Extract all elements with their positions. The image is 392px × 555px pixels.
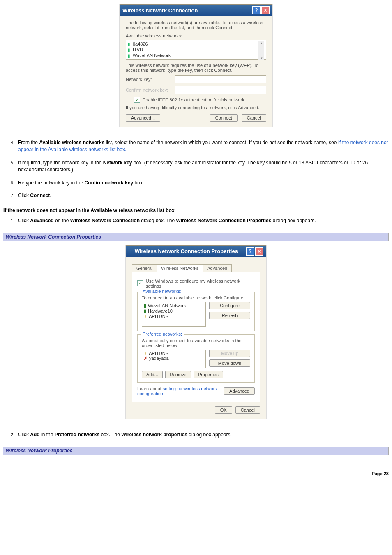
- group-legend: Preferred networks:: [141, 332, 184, 336]
- configure-button[interactable]: Configure: [209, 302, 250, 309]
- unavailable-icon: ✗: [144, 356, 148, 361]
- preferred-group-text: Automatically connect to available netwo…: [142, 338, 250, 348]
- close-icon[interactable]: ×: [255, 247, 263, 256]
- signal-icon: ▮: [128, 48, 130, 52]
- available-group-text: To connect to an available network, clic…: [142, 295, 250, 300]
- close-icon[interactable]: ×: [261, 6, 270, 14]
- ok-button[interactable]: OK: [215, 406, 232, 414]
- group-legend: Available networks:: [141, 289, 183, 294]
- help-icon[interactable]: ?: [246, 247, 254, 256]
- confirm-key-row: Confirm network key:: [126, 86, 266, 94]
- advanced-button[interactable]: Advanced...: [126, 114, 160, 122]
- list-item: ♀APITDNS: [144, 314, 204, 319]
- signal-icon: ▮: [128, 42, 130, 46]
- network-key-row: Network key:: [126, 75, 266, 83]
- tab-general[interactable]: General: [132, 264, 157, 272]
- step-4: From the Available wireless networks lis…: [16, 139, 389, 154]
- list-item: ♀APITDNS: [144, 351, 204, 356]
- instruction-list-1: From the Available wireless networks lis…: [16, 139, 389, 199]
- signal-icon: ▮: [128, 53, 130, 58]
- dialog-title: Wireless Network Connection: [122, 7, 198, 14]
- ieee-label: Enable IEEE 802.1x authentication for th…: [143, 97, 244, 102]
- caption-bar-wnp: Wireless Network Properties: [3, 447, 389, 455]
- network-key-input[interactable]: [175, 75, 266, 83]
- dialog-titlebar: Wireless Network Connection ? ×: [120, 5, 272, 16]
- list-item: ▮Hardware10: [144, 309, 204, 314]
- step-7: Click Connect.: [16, 192, 389, 199]
- cancel-button[interactable]: Cancel: [242, 114, 266, 122]
- available-networks-list[interactable]: ▴▾ ▮0a4826 ▮ITVD ▮WaveLAN Network: [126, 40, 266, 60]
- cancel-button[interactable]: Cancel: [235, 406, 260, 414]
- list-item: ▮ITVD: [128, 47, 258, 53]
- signal-icon: ▮: [144, 303, 146, 308]
- step-5: If required, type the network key in the…: [16, 159, 389, 174]
- tab-panel: ✓ Use Windows to configure my wireless n…: [132, 272, 260, 402]
- use-windows-label: Use Windows to configure my wireless net…: [146, 279, 255, 288]
- step-advanced: Click Advanced on the Wireless Network C…: [16, 217, 389, 224]
- refresh-button[interactable]: Refresh: [209, 312, 250, 319]
- tab-strip: General Wireless Networks Advanced: [132, 264, 260, 272]
- list-item: ▮0a4826: [128, 41, 258, 47]
- instruction-list-2: Click Advanced on the Wireless Network C…: [16, 217, 389, 224]
- caption-bar-properties: Wireless Network Connection Properties: [3, 233, 389, 241]
- available-networks-group: Available networks: To connect to an ava…: [137, 292, 255, 331]
- step-add: Click Add in the Preferred networks box.…: [16, 431, 389, 438]
- intro-text: The following wireless network(s) are av…: [126, 20, 266, 30]
- wep-text: This wireless network requires the use o…: [126, 63, 266, 73]
- wireless-properties-dialog: ⊥ Wireless Network Connection Properties…: [126, 245, 266, 419]
- secure-icon: ♀: [144, 351, 147, 356]
- add-button[interactable]: Add...: [142, 371, 163, 378]
- move-down-button[interactable]: Move down: [209, 359, 250, 367]
- confirm-key-input[interactable]: [175, 86, 266, 94]
- list-item: ✗yadayada: [144, 356, 204, 361]
- remove-button[interactable]: Remove: [165, 371, 191, 378]
- use-windows-checkbox[interactable]: ✓: [137, 280, 143, 286]
- available-label: Available wireless networks:: [126, 33, 266, 38]
- signal-icon: ▮: [144, 309, 146, 313]
- advanced-button[interactable]: Advanced: [224, 387, 255, 395]
- confirm-key-label: Confirm network key:: [126, 88, 175, 92]
- move-up-button[interactable]: Move up: [209, 350, 250, 357]
- dialog-title: ⊥ Wireless Network Connection Properties: [129, 248, 238, 254]
- available-listbox[interactable]: ▮WaveLAN Network ▮Hardware10 ♀APITDNS: [142, 302, 206, 327]
- scrollbar[interactable]: ▴▾: [258, 41, 264, 60]
- list-item: ▮WaveLAN Network: [128, 53, 258, 58]
- instruction-list-3: Click Add in the Preferred networks box.…: [16, 431, 389, 438]
- preferred-listbox[interactable]: ♀APITDNS ✗yadayada: [142, 350, 206, 368]
- step-6: Retype the network key in the Confirm ne…: [16, 180, 389, 187]
- help-icon[interactable]: ?: [252, 6, 261, 14]
- network-key-label: Network key:: [126, 77, 175, 82]
- difficulty-text: If you are having difficulty connecting …: [126, 105, 266, 110]
- list-item: ▮WaveLAN Network: [144, 303, 204, 309]
- preferred-networks-group: Preferred networks: Automatically connec…: [137, 334, 255, 383]
- properties-button[interactable]: Properties: [194, 371, 223, 378]
- wireless-connection-dialog: Wireless Network Connection ? × The foll…: [120, 4, 272, 127]
- subheading-missing-network: If the network does not appear in the Av…: [3, 207, 389, 213]
- page-number: Page 28: [3, 471, 389, 476]
- secure-icon: ♀: [144, 314, 147, 319]
- connect-button[interactable]: Connect: [210, 114, 238, 122]
- ieee-checkbox[interactable]: ✓: [134, 97, 140, 103]
- dialog-titlebar: ⊥ Wireless Network Connection Properties…: [126, 246, 266, 257]
- tab-wireless-networks[interactable]: Wireless Networks: [157, 264, 203, 272]
- tab-advanced[interactable]: Advanced: [203, 264, 232, 272]
